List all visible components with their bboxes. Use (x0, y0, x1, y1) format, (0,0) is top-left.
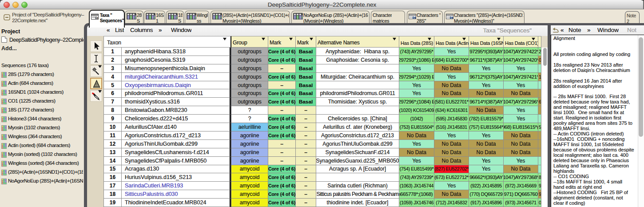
svg-text:C: C (451, 16, 453, 19)
svg-text:C: C (413, 16, 415, 19)
svg-text:T: T (96, 17, 98, 20)
